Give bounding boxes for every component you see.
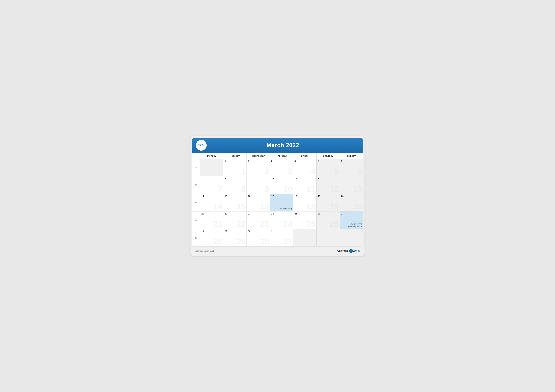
day-number-28: 28: [201, 230, 222, 233]
day-cell-4-w0d4[interactable]: 44: [293, 159, 316, 176]
day-cell-empty-w4d5[interactable]: [316, 229, 340, 246]
day-cell-6-w0d6[interactable]: 66: [340, 159, 363, 176]
week-row-0: 9112233445566: [192, 159, 363, 176]
day-cell-19-w2d5[interactable]: 1919: [316, 194, 340, 211]
day-cell-24-w3d3[interactable]: 2424: [270, 212, 293, 229]
day-cell-5-w0d5[interactable]: 55: [316, 159, 340, 176]
logo-badge: 365: [196, 140, 207, 151]
day-number-1: 1: [225, 160, 245, 162]
week-number-4: 13: [192, 229, 200, 246]
day-cell-empty-w0d0[interactable]: [200, 159, 223, 176]
day-header-monday: Monday: [200, 153, 223, 159]
day-number-23: 23: [248, 213, 269, 215]
day-cell-13-w1d6[interactable]: 1313: [340, 176, 363, 194]
day-header-saturday: Saturday: [316, 153, 340, 159]
day-number-17: 17: [271, 195, 292, 197]
day-number-13: 13: [341, 177, 362, 180]
event-label-17: St Patrick's Day: [280, 207, 292, 210]
day-cell-15-w2d1[interactable]: 1515: [223, 194, 247, 211]
day-watermark-7: 7: [218, 185, 222, 193]
day-watermark-19: 19: [330, 202, 339, 211]
footer: Calendar March 2022 Calendar- 365 .co.uk: [192, 247, 363, 254]
day-watermark-22: 22: [236, 220, 246, 228]
day-number-14: 14: [201, 195, 222, 197]
day-cell-2-w0d2[interactable]: 22: [247, 159, 270, 176]
day-header-wednesday: Wednesday: [247, 153, 270, 159]
page-wrapper: 365 March 2022 Monday Tuesday Wednesday …: [190, 136, 365, 256]
day-number-9: 9: [248, 177, 269, 180]
week-number-1: 10: [192, 176, 200, 194]
day-number-19: 19: [318, 195, 338, 197]
day-cell-1-w0d1[interactable]: 11: [223, 159, 247, 176]
day-number-26: 26: [318, 213, 338, 215]
day-watermark-14: 14: [213, 202, 222, 211]
week-row-1: 107788991010111112121313: [192, 176, 363, 194]
day-cell-22-w3d1[interactable]: 2222: [223, 212, 247, 229]
day-watermark-31: 31: [283, 237, 292, 246]
day-cell-27-w3d6[interactable]: 2727Daylight SavingMothering Sunday: [340, 212, 363, 229]
day-number-16: 16: [248, 195, 269, 197]
day-cell-25-w3d4[interactable]: 2525: [293, 212, 316, 229]
day-cell-10-w1d3[interactable]: 1010: [270, 176, 293, 194]
day-number-12: 12: [318, 177, 338, 180]
day-cell-30-w4d2[interactable]: 3030: [247, 229, 270, 246]
day-watermark-11: 11: [307, 185, 316, 193]
day-cell-12-w1d5[interactable]: 1212: [316, 176, 340, 194]
day-cell-empty-w4d4[interactable]: [293, 229, 316, 246]
day-cell-28-w4d0[interactable]: 2828: [200, 229, 223, 246]
day-cell-14-w2d0[interactable]: 1414: [200, 194, 223, 211]
day-cell-20-w2d6[interactable]: 2020: [340, 194, 363, 211]
day-number-21: 21: [201, 213, 222, 215]
week-number-0: 9: [192, 159, 200, 176]
day-cell-11-w1d4[interactable]: 1111: [293, 176, 316, 194]
day-cell-7-w1d0[interactable]: 77: [200, 176, 223, 194]
week-num-header-empty: [192, 153, 200, 159]
day-cell-16-w2d2[interactable]: 1616: [247, 194, 270, 211]
day-watermark-2: 2: [264, 167, 269, 175]
day-watermark-9: 9: [264, 185, 269, 193]
day-watermark-4: 4: [311, 167, 316, 175]
day-number-3: 3: [271, 160, 292, 162]
day-watermark-13: 13: [353, 185, 362, 193]
day-number-15: 15: [225, 195, 245, 197]
day-number-29: 29: [225, 230, 245, 233]
day-watermark-3: 3: [288, 167, 292, 175]
day-watermark-16: 16: [260, 202, 269, 211]
day-watermark-8: 8: [241, 185, 246, 193]
day-header-thursday: Thursday: [270, 153, 293, 159]
day-cell-31-w4d3[interactable]: 3131: [270, 229, 293, 246]
footer-brand-couk: .co.uk: [353, 249, 360, 252]
day-watermark-20: 20: [353, 202, 362, 211]
day-number-22: 22: [225, 213, 245, 215]
day-number-30: 30: [248, 230, 269, 233]
day-number-4: 4: [295, 160, 315, 162]
footer-left-label: Calendar March 2022: [195, 250, 214, 252]
day-cell-empty-w4d6[interactable]: [340, 229, 363, 246]
event-label-27: Daylight SavingMothering Sunday: [348, 223, 362, 227]
week-row-3: 122121222223232424252526262727Daylight S…: [192, 212, 363, 229]
day-cell-29-w4d1[interactable]: 2929: [223, 229, 247, 246]
day-cell-26-w3d5[interactable]: 2626: [316, 212, 340, 229]
day-cell-8-w1d1[interactable]: 88: [223, 176, 247, 194]
day-number-18: 18: [295, 195, 315, 197]
day-watermark-6: 6: [358, 167, 362, 175]
week-row-2: 111414151516161717St Patrick's Day181819…: [192, 194, 363, 212]
day-watermark-5: 5: [334, 167, 339, 175]
day-header-friday: Friday: [293, 153, 316, 159]
day-watermark-29: 29: [236, 237, 246, 246]
day-cell-9-w1d2[interactable]: 99: [247, 176, 270, 194]
day-watermark-30: 30: [260, 237, 269, 246]
header-title: March 2022: [207, 142, 359, 149]
day-watermark-12: 12: [330, 185, 339, 193]
day-number-11: 11: [295, 177, 315, 180]
day-cell-21-w3d0[interactable]: 2121: [200, 212, 223, 229]
footer-brand-badge: 365: [349, 249, 353, 253]
day-number-24: 24: [271, 213, 292, 215]
day-cell-23-w3d2[interactable]: 2323: [247, 212, 270, 229]
day-number-27: 27: [341, 213, 362, 215]
day-cell-3-w0d3[interactable]: 33: [270, 159, 293, 176]
day-cell-17-w2d3[interactable]: 1717St Patrick's Day: [270, 194, 293, 211]
calendar-container: 365 March 2022 Monday Tuesday Wednesday …: [192, 138, 363, 246]
day-cell-18-w2d4[interactable]: 1818: [293, 194, 316, 211]
day-number-7: 7: [201, 177, 222, 180]
